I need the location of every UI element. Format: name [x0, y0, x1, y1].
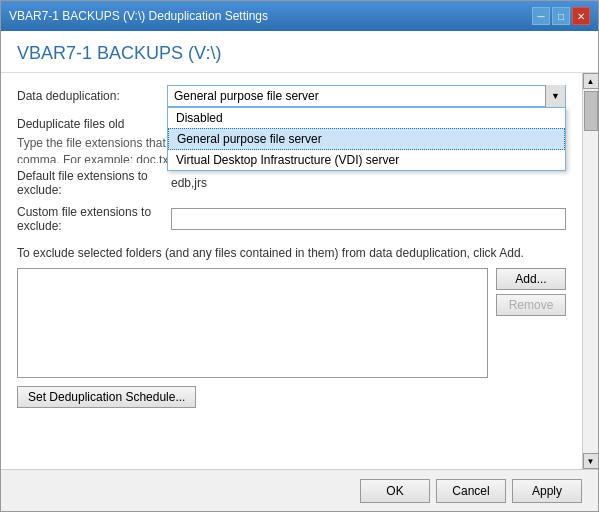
folder-buttons: Add... Remove	[496, 268, 566, 378]
maximize-button[interactable]: □	[552, 7, 570, 25]
ok-button[interactable]: OK	[360, 479, 430, 503]
scroll-up-button[interactable]: ▲	[583, 73, 599, 89]
scroll-down-button[interactable]: ▼	[583, 453, 599, 469]
page-title: VBAR7-1 BACKUPS (V:\)	[17, 43, 582, 64]
schedule-button[interactable]: Set Deduplication Schedule...	[17, 386, 196, 408]
default-ext-row: Default file extensions to exclude: edb,…	[17, 169, 566, 197]
cancel-button[interactable]: Cancel	[436, 479, 506, 503]
apply-button[interactable]: Apply	[512, 479, 582, 503]
dedup-dropdown-options: Disabled General purpose file server Vir…	[167, 107, 566, 171]
window: VBAR7-1 BACKUPS (V:\) Deduplication Sett…	[0, 0, 599, 512]
remove-button[interactable]: Remove	[496, 294, 566, 316]
dedup-dropdown-arrow[interactable]: ▼	[545, 85, 565, 107]
scrollbar: ▲ ▼	[582, 73, 598, 469]
default-ext-value: edb,jrs	[171, 176, 207, 190]
dedup-dropdown-container: General purpose file server ▼ Disabled G…	[167, 85, 566, 107]
folder-list	[17, 268, 488, 378]
add-button[interactable]: Add...	[496, 268, 566, 290]
title-controls: ─ □ ✕	[532, 7, 590, 25]
folders-text: To exclude selected folders (and any fil…	[17, 246, 524, 260]
custom-ext-input[interactable]	[171, 208, 566, 230]
folders-description: To exclude selected folders (and any fil…	[17, 245, 566, 262]
dedup-selected-value: General purpose file server	[174, 89, 319, 103]
window-title: VBAR7-1 BACKUPS (V:\) Deduplication Sett…	[9, 9, 268, 23]
folder-area: Add... Remove	[17, 268, 566, 378]
option-vdi[interactable]: Virtual Desktop Infrastructure (VDI) ser…	[168, 150, 565, 170]
title-bar: VBAR7-1 BACKUPS (V:\) Deduplication Sett…	[1, 1, 598, 31]
dedup-files-label: Deduplicate files old	[17, 117, 124, 131]
dedup-dropdown[interactable]: General purpose file server ▼	[167, 85, 566, 107]
close-button[interactable]: ✕	[572, 7, 590, 25]
option-general[interactable]: General purpose file server	[168, 128, 565, 150]
main-content: Data deduplication: General purpose file…	[1, 73, 582, 469]
header-section: VBAR7-1 BACKUPS (V:\)	[1, 31, 598, 73]
scroll-thumb[interactable]	[584, 91, 598, 131]
custom-ext-row: Custom file extensions to exclude:	[17, 205, 566, 233]
custom-ext-label: Custom file extensions to exclude:	[17, 205, 167, 233]
content-scrollable: Data deduplication: General purpose file…	[1, 73, 598, 469]
default-ext-label: Default file extensions to exclude:	[17, 169, 167, 197]
minimize-button[interactable]: ─	[532, 7, 550, 25]
dedup-row: Data deduplication: General purpose file…	[17, 85, 566, 107]
dedup-label: Data deduplication:	[17, 89, 167, 103]
footer: OK Cancel Apply	[1, 469, 598, 511]
option-disabled[interactable]: Disabled	[168, 108, 565, 128]
